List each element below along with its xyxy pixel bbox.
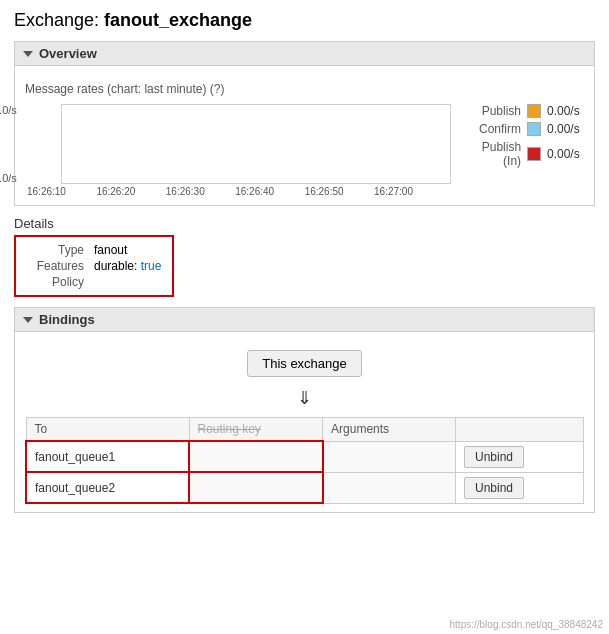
bindings-table-row: fanout_queue2Unbind (26, 472, 584, 503)
binding-action-cell: Unbind (455, 441, 583, 472)
legend-row: Confirm0.00/s (461, 122, 585, 136)
y-axis-labels: 1.0/s 0.0/s (0, 104, 17, 184)
overview-section: Overview Message rates (chart: last minu… (14, 41, 595, 206)
bindings-col-header: To (26, 418, 189, 442)
bindings-body: This exchange ⇓ ToRouting keyArguments f… (14, 332, 595, 513)
legend-item-value: 0.00/s (547, 122, 585, 136)
bindings-col-header: Arguments (323, 418, 456, 442)
legend-color-swatch (527, 147, 541, 161)
chart-legend-row: 1.0/s 0.0/s 16:26:1016:26:2016:26:3016:2… (25, 100, 584, 197)
y-bottom-label: 0.0/s (0, 172, 17, 184)
binding-to: fanout_queue1 (26, 441, 189, 472)
page-title: Exchange: fanout_exchange (14, 10, 595, 31)
bindings-action-header (455, 418, 583, 442)
details-row-key: Policy (24, 275, 84, 289)
legend-item-value: 0.00/s (547, 147, 585, 161)
unbind-button[interactable]: Unbind (464, 477, 524, 499)
binding-to: fanout_queue2 (26, 472, 189, 503)
this-exchange-button[interactable]: This exchange (247, 350, 362, 377)
details-row-value: durable: true (94, 259, 161, 273)
x-axis-label: 16:26:40 (235, 186, 274, 197)
bindings-collapse-icon (23, 317, 33, 323)
details-row-value: fanout (94, 243, 127, 257)
watermark: https://blog.csdn.net/qq_38848242 (450, 619, 603, 630)
bindings-table: ToRouting keyArguments fanout_queue1Unbi… (25, 417, 584, 504)
legend-item-value: 0.00/s (547, 104, 585, 118)
legend-color-swatch (527, 122, 541, 136)
details-row-key: Features (24, 259, 84, 273)
details-title: Details (14, 216, 595, 231)
overview-body: Message rates (chart: last minute) (?) 1… (14, 66, 595, 206)
message-rates-label: Message rates (chart: last minute) (?) (25, 82, 584, 96)
overview-collapse-icon (23, 51, 33, 57)
binding-action-cell: Unbind (455, 472, 583, 503)
x-axis-labels: 16:26:1016:26:2016:26:3016:26:4016:26:50… (25, 186, 415, 197)
x-axis-label: 16:26:20 (96, 186, 135, 197)
bindings-section: Bindings This exchange ⇓ ToRouting keyAr… (14, 307, 595, 513)
details-row: Typefanout (24, 243, 164, 257)
legend-item-label: Confirm (461, 122, 521, 136)
title-prefix: Exchange: (14, 10, 104, 30)
bindings-table-header: ToRouting keyArguments (26, 418, 584, 442)
bindings-header[interactable]: Bindings (14, 307, 595, 332)
bindings-table-row: fanout_queue1Unbind (26, 441, 584, 472)
y-top-label: 1.0/s (0, 104, 17, 116)
details-row-key: Type (24, 243, 84, 257)
x-axis-label: 16:26:50 (305, 186, 344, 197)
chart-canvas (61, 104, 451, 184)
details-section: Details TypefanoutFeaturesdurable: trueP… (14, 216, 595, 297)
binding-routing-key[interactable] (189, 441, 323, 472)
legend-item-label: Publish (461, 104, 521, 118)
legend-row: Publish (In)0.00/s (461, 140, 585, 168)
bindings-col-header: Routing key (189, 418, 323, 442)
overview-header[interactable]: Overview (14, 41, 595, 66)
down-arrow-icon: ⇓ (25, 387, 584, 409)
details-row: Policy (24, 275, 164, 289)
x-axis-label: 16:26:30 (166, 186, 205, 197)
chart-wrapper: 1.0/s 0.0/s (25, 104, 451, 184)
exchange-name: fanout_exchange (104, 10, 252, 30)
legend-item-label: Publish (In) (461, 140, 521, 168)
chart-area: 1.0/s 0.0/s 16:26:1016:26:2016:26:3016:2… (25, 100, 451, 197)
x-axis-label: 16:26:10 (27, 186, 66, 197)
bindings-label: Bindings (39, 312, 95, 327)
binding-arguments (323, 472, 456, 503)
binding-arguments (323, 441, 456, 472)
details-row: Featuresdurable: true (24, 259, 164, 273)
x-axis-label: 16:27:00 (374, 186, 413, 197)
legend-row: Publish0.00/s (461, 104, 585, 118)
chart-legend: Publish0.00/sConfirm0.00/sPublish (In)0.… (461, 100, 585, 168)
details-table: TypefanoutFeaturesdurable: truePolicy (14, 235, 174, 297)
legend-color-swatch (527, 104, 541, 118)
unbind-button[interactable]: Unbind (464, 446, 524, 468)
binding-routing-key[interactable] (189, 472, 323, 503)
overview-label: Overview (39, 46, 97, 61)
